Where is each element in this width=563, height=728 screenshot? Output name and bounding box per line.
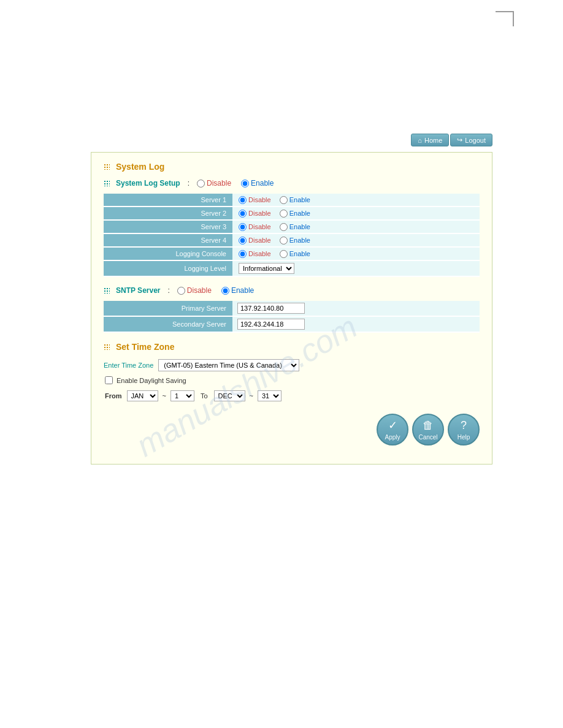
to-day-tilde: ~ — [250, 392, 253, 400]
to-day-select[interactable]: 123510 1520253031 — [258, 390, 282, 401]
server4-enable-radio[interactable] — [280, 237, 288, 245]
logout-icon: ↪ — [457, 136, 462, 144]
setup-icon — [104, 180, 110, 186]
logout-button[interactable]: ↪ Logout — [450, 134, 492, 146]
setup-enable-radio-label[interactable]: Enable — [241, 179, 274, 188]
setup-disable-radio-label[interactable]: Disable — [197, 179, 231, 188]
server3-options: Disable Enable — [232, 220, 480, 233]
cancel-icon: 🗑 — [423, 419, 434, 432]
action-buttons: ✓ Apply 🗑 Cancel ? Help — [104, 414, 480, 446]
server4-label: Server 4 — [104, 233, 232, 247]
console-enable-radio[interactable] — [280, 250, 288, 258]
secondary-server-cell — [232, 316, 480, 332]
cancel-button[interactable]: 🗑 Cancel — [412, 414, 444, 446]
home-label: Home — [424, 137, 442, 144]
server2-disable-radio[interactable] — [239, 210, 247, 218]
primary-server-label: Primary Server — [104, 301, 232, 316]
system-log-setup-row: System Log Setup : Disable Enable — [104, 179, 480, 188]
server3-enable-radio[interactable] — [280, 223, 288, 231]
server2-options: Disable Enable — [232, 207, 480, 220]
secondary-server-input[interactable] — [237, 319, 305, 330]
sntp-title: SNTP Server — [116, 286, 161, 295]
sntp-setup-row: SNTP Server : Disable Enable — [104, 286, 480, 295]
home-button[interactable]: ⌂ Home — [411, 134, 449, 146]
sntp-disable-text: Disable — [187, 286, 212, 295]
server2-enable-radio[interactable] — [280, 210, 288, 218]
server2-label: Server 2 — [104, 207, 232, 220]
logging-console-options: Disable Enable — [232, 247, 480, 260]
server4-options: Disable Enable — [232, 233, 480, 247]
system-log-icon — [104, 164, 110, 170]
timezone-select[interactable]: (GMT-12) International Date Line West (G… — [158, 359, 299, 371]
primary-server-cell — [232, 301, 480, 316]
timezone-icon — [104, 344, 110, 350]
timezone-section: Set Time Zone Enter Time Zone (GMT-12) I… — [104, 342, 480, 401]
secondary-server-label: Secondary Server — [104, 316, 232, 332]
daylight-saving-label: Enable Daylight Saving — [117, 377, 186, 384]
from-day-select[interactable]: 12345 678910 15202531 — [170, 390, 194, 401]
setup-colon: : — [188, 179, 190, 188]
console-disable-label[interactable]: Disable — [239, 250, 271, 258]
server1-enable-radio[interactable] — [280, 196, 288, 204]
server1-enable-label[interactable]: Enable — [280, 196, 310, 204]
setup-enable-radio[interactable] — [241, 180, 249, 188]
sntp-disable-radio[interactable] — [177, 287, 185, 295]
from-label: From — [105, 392, 122, 400]
system-log-title-text: System Log — [116, 162, 164, 172]
table-row: Secondary Server — [104, 316, 480, 332]
from-to-row: From JANFEBMARAPR MAYJUNJULAUG SEPOCTNOV… — [104, 390, 480, 401]
sntp-section: SNTP Server : Disable Enable Primary Ser… — [104, 286, 480, 333]
sntp-icon — [104, 287, 110, 294]
apply-icon: ✓ — [388, 419, 397, 432]
table-row: Logging Level Emergencies Alerts Critica… — [104, 260, 480, 276]
top-nav: ⌂ Home ↪ Logout — [411, 134, 492, 146]
logout-label: Logout — [465, 137, 486, 144]
timezone-row: Enter Time Zone (GMT-12) International D… — [104, 359, 480, 371]
daylight-saving-checkbox[interactable] — [105, 376, 113, 384]
logging-level-select[interactable]: Emergencies Alerts Critical Errors Warni… — [239, 263, 294, 274]
server1-label: Server 1 — [104, 194, 232, 207]
from-day-tilde: ~ — [163, 392, 166, 400]
sntp-enable-label[interactable]: Enable — [221, 286, 254, 295]
help-label: Help — [458, 434, 470, 441]
server3-disable-label[interactable]: Disable — [239, 223, 271, 231]
sntp-table: Primary Server Secondary Server — [104, 301, 480, 333]
main-content: System Log System Log Setup : Disable En… — [91, 152, 492, 464]
from-month-select[interactable]: JANFEBMARAPR MAYJUNJULAUG SEPOCTNOVDEC — [127, 390, 158, 401]
home-icon: ⌂ — [418, 137, 422, 144]
console-disable-radio[interactable] — [239, 250, 247, 258]
server3-label: Server 3 — [104, 220, 232, 233]
server3-enable-label[interactable]: Enable — [280, 223, 310, 231]
daylight-saving-row: Enable Daylight Saving — [104, 376, 480, 384]
sntp-colon: : — [168, 286, 170, 295]
server2-enable-label[interactable]: Enable — [280, 210, 310, 218]
enter-timezone-label: Enter Time Zone — [104, 362, 153, 369]
table-row: Server 3 Disable Enable — [104, 220, 480, 233]
table-row: Server 2 Disable Enable — [104, 207, 480, 220]
server2-disable-label[interactable]: Disable — [239, 210, 271, 218]
setup-disable-radio[interactable] — [197, 180, 205, 188]
server1-disable-radio[interactable] — [239, 196, 247, 204]
sntp-disable-label[interactable]: Disable — [177, 286, 212, 295]
console-enable-label[interactable]: Enable — [280, 250, 310, 258]
server4-disable-radio[interactable] — [239, 237, 247, 245]
logging-level-label: Logging Level — [104, 260, 232, 276]
setup-label: System Log Setup — [116, 179, 180, 188]
table-row: Logging Console Disable Enable — [104, 247, 480, 260]
setup-enable-label: Enable — [251, 179, 274, 188]
server4-enable-label[interactable]: Enable — [280, 237, 310, 245]
logging-level-options: Emergencies Alerts Critical Errors Warni… — [232, 260, 480, 276]
primary-server-input[interactable] — [237, 303, 305, 314]
server3-disable-radio[interactable] — [239, 223, 247, 231]
table-row: Server 1 Disable Enable — [104, 194, 480, 207]
server4-disable-label[interactable]: Disable — [239, 237, 271, 245]
setup-disable-label: Disable — [207, 179, 231, 188]
help-button[interactable]: ? Help — [448, 414, 480, 446]
corner-bracket — [496, 11, 514, 26]
apply-button[interactable]: ✓ Apply — [377, 414, 408, 446]
logging-console-label: Logging Console — [104, 247, 232, 260]
sntp-enable-radio[interactable] — [221, 287, 229, 295]
server1-disable-label[interactable]: Disable — [239, 196, 271, 204]
cancel-label: Cancel — [418, 434, 437, 441]
to-month-select[interactable]: JANFEBMARAPR MAYJUNJULAUG SEPOCTNOVDEC — [214, 390, 245, 401]
